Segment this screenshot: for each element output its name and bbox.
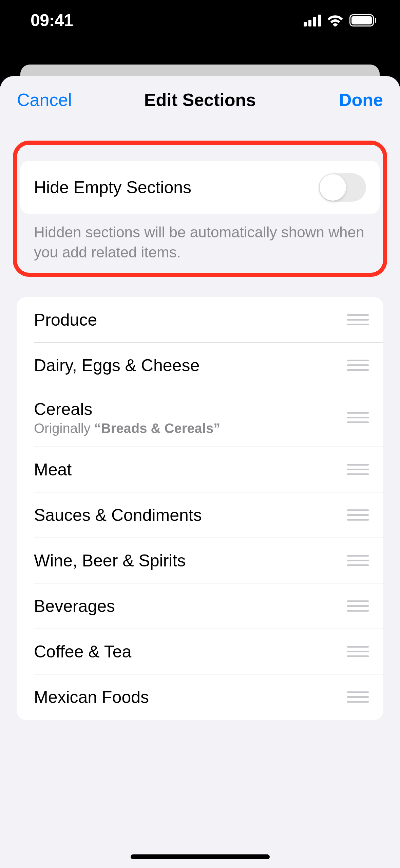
- drag-handle-icon[interactable]: [347, 643, 369, 661]
- status-time: 09:41: [31, 11, 73, 30]
- drag-handle-icon[interactable]: [347, 597, 369, 615]
- drag-handle-icon[interactable]: [347, 460, 369, 478]
- nav-bar: Cancel Edit Sections Done: [0, 76, 400, 120]
- page-title: Edit Sections: [109, 90, 292, 110]
- list-item[interactable]: Mexican Foods: [17, 674, 383, 720]
- section-label: Cereals: [34, 399, 220, 419]
- sections-list: Produce Dairy, Eggs & Cheese Cereals Ori…: [17, 297, 383, 720]
- modal-sheet: Cancel Edit Sections Done Hide Empty Sec…: [0, 76, 400, 868]
- section-label: Coffee & Tea: [34, 641, 131, 662]
- list-item[interactable]: Cereals Originally “Breads & Cereals”: [17, 388, 383, 447]
- wifi-icon: [327, 14, 343, 26]
- section-label: Meat: [34, 459, 72, 480]
- home-indicator[interactable]: [131, 854, 270, 859]
- drag-handle-icon[interactable]: [347, 311, 369, 329]
- status-indicators: [304, 14, 376, 26]
- list-item[interactable]: Dairy, Eggs & Cheese: [17, 343, 383, 388]
- done-button[interactable]: Done: [291, 90, 383, 110]
- section-label: Produce: [34, 310, 97, 330]
- section-label: Sauces & Condiments: [34, 505, 202, 525]
- status-bar: 09:41: [0, 0, 400, 41]
- list-item[interactable]: Wine, Beer & Spirits: [17, 538, 383, 583]
- list-item[interactable]: Beverages: [17, 583, 383, 629]
- list-item[interactable]: Coffee & Tea: [17, 629, 383, 674]
- drag-handle-icon[interactable]: [347, 506, 369, 524]
- toggle-label: Hide Empty Sections: [34, 178, 191, 197]
- section-label: Beverages: [34, 596, 115, 616]
- hide-empty-sections-toggle[interactable]: [319, 173, 366, 202]
- section-label: Dairy, Eggs & Cheese: [34, 355, 199, 376]
- switch-knob: [320, 174, 346, 201]
- drag-handle-icon[interactable]: [347, 551, 369, 569]
- battery-icon: [349, 14, 376, 26]
- section-sublabel: Originally “Breads & Cereals”: [34, 421, 220, 436]
- section-label: Mexican Foods: [34, 687, 149, 707]
- drag-handle-icon[interactable]: [347, 688, 369, 706]
- toggle-footer-text: Hidden sections will be automatically sh…: [20, 214, 380, 266]
- section-label: Wine, Beer & Spirits: [34, 550, 186, 571]
- list-item[interactable]: Produce: [17, 297, 383, 343]
- highlighted-section: Hide Empty Sections Hidden sections will…: [13, 141, 387, 277]
- drag-handle-icon[interactable]: [347, 409, 369, 427]
- list-item[interactable]: Sauces & Condiments: [17, 492, 383, 538]
- hide-empty-sections-row: Hide Empty Sections: [20, 161, 380, 214]
- cancel-button[interactable]: Cancel: [17, 90, 109, 110]
- list-item[interactable]: Meat: [17, 447, 383, 492]
- drag-handle-icon[interactable]: [347, 356, 369, 374]
- cellular-icon: [304, 15, 321, 26]
